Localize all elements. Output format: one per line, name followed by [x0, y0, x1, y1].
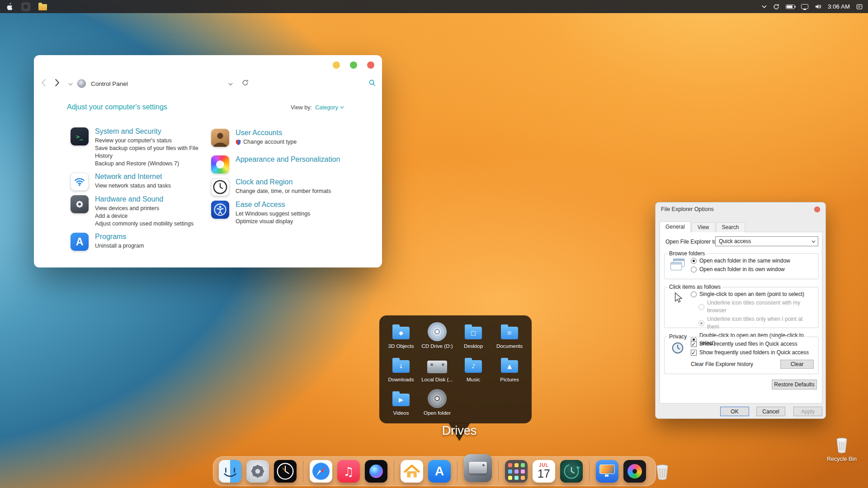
hardware-and-sound-icon[interactable] [71, 195, 89, 213]
drive-item-music[interactable]: ♪ Music [455, 354, 491, 388]
dock-trash-icon[interactable] [651, 460, 674, 483]
dock-settings-icon[interactable] [246, 460, 269, 483]
category-link[interactable]: Optimize visual display [236, 218, 310, 225]
page-title: Adjust your computer's settings [67, 103, 167, 111]
folder-icon: ▲ [501, 360, 518, 373]
minimize-button[interactable] [333, 61, 340, 69]
category-link[interactable]: View network status and tasks [95, 182, 171, 190]
tab-search[interactable]: Search [716, 222, 745, 232]
dock-clock-icon[interactable] [274, 460, 297, 483]
folder-icon: ◆ [392, 327, 410, 339]
radio-open-same-window[interactable]: Open each folder in the same window [691, 257, 816, 265]
recycle-bin[interactable]: Recycle Bin [826, 435, 858, 462]
category-title[interactable]: Ease of Access [236, 201, 310, 209]
dialog-close-button[interactable] [814, 206, 820, 212]
checkbox-frequent-folders[interactable]: Show frequently used folders in Quick ac… [691, 349, 816, 357]
category-link[interactable]: Change date, time, or number formats [236, 188, 331, 195]
category-title[interactable]: Clock and Region [236, 178, 331, 186]
drive-item-pictures[interactable]: ▲ Pictures [491, 354, 528, 388]
category-link[interactable]: Review your computer's status [95, 137, 206, 145]
radio-underline-consistent[interactable]: Underline icon titles consistent with my… [698, 299, 816, 314]
dock-launchpad-icon[interactable] [505, 460, 528, 483]
close-button[interactable] [367, 61, 374, 69]
folder-options-indicator-icon[interactable] [38, 3, 47, 10]
checkbox-icon [691, 341, 697, 347]
category-link[interactable]: Change account type [236, 138, 297, 146]
dock-drives-icon[interactable] [464, 454, 492, 482]
ok-button[interactable]: OK [720, 407, 749, 416]
history-chevron-icon[interactable] [68, 80, 73, 88]
dock-app-store-icon[interactable]: A [428, 460, 451, 483]
privacy-group: Privacy Show recently used files in Quic… [664, 333, 819, 374]
cancel-button[interactable]: Cancel [756, 407, 785, 416]
drive-item-downloads[interactable]: ↓ Downloads [383, 354, 419, 388]
category-title[interactable]: Network and Internet [95, 173, 171, 181]
display-status-icon[interactable] [801, 4, 808, 9]
drive-item-3d-objects[interactable]: ◆ 3D Objects [383, 321, 419, 354]
drive-item-local-disk[interactable]: Local Disk (... [419, 354, 455, 388]
category-link[interactable]: Backup and Restore (Windows 7) [95, 160, 206, 168]
category-link[interactable]: Uninstall a program [95, 242, 144, 250]
category-title[interactable]: Hardware and Sound [95, 195, 193, 203]
appearance-icon[interactable] [211, 155, 229, 174]
programs-icon[interactable]: A [71, 233, 89, 251]
refresh-button[interactable] [242, 80, 249, 88]
checkbox-recent-files[interactable]: Show recently used files in Quick access [691, 340, 816, 348]
ease-of-access-icon[interactable] [211, 201, 229, 219]
search-icon[interactable] [368, 79, 376, 88]
dock-display-icon[interactable] [596, 460, 618, 483]
dock-media-icon[interactable] [623, 460, 646, 483]
clear-button[interactable]: Clear [780, 360, 814, 369]
category-link[interactable]: Add a device [95, 212, 193, 220]
refresh-status-icon[interactable] [773, 4, 779, 10]
menubar: 3:06 AM [0, 0, 868, 13]
dock-calendar-icon[interactable]: JUL 17 [533, 460, 555, 483]
battery-icon[interactable] [786, 5, 795, 9]
apply-button[interactable]: Apply [793, 407, 822, 416]
radio-underline-point[interactable]: Underline icon titles only when I point … [698, 315, 816, 331]
zoom-button[interactable] [350, 61, 357, 69]
radio-single-click[interactable]: Single-click to open an item (point to s… [691, 291, 816, 298]
view-by-dropdown[interactable]: Category [315, 104, 344, 111]
dock-siri-icon[interactable] [365, 460, 387, 483]
category-link[interactable]: Adjust commonly used mobility settings [95, 220, 193, 228]
category-title[interactable]: Programs [95, 233, 144, 241]
menubar-clock[interactable]: 3:06 AM [828, 3, 850, 10]
drive-item-desktop[interactable]: □ Desktop [455, 321, 491, 354]
category-title[interactable]: Appearance and Personalization [236, 155, 340, 164]
drive-item-documents[interactable]: ≡ Documents [491, 321, 528, 354]
chevron-down-icon[interactable] [762, 5, 767, 9]
category-link[interactable]: Save backup copies of your files with Fi… [95, 145, 206, 160]
dock-finder-icon[interactable] [219, 460, 241, 483]
category-link[interactable]: View devices and printers [95, 205, 193, 212]
category-title[interactable]: User Accounts [236, 129, 297, 137]
drive-item-open-folder[interactable]: Open folder [419, 388, 455, 421]
address-bar[interactable]: Control Panel [91, 80, 128, 87]
tab-view[interactable]: View [692, 222, 715, 232]
tab-general[interactable]: General [660, 221, 691, 232]
forward-button[interactable] [55, 79, 60, 89]
volume-icon[interactable] [815, 3, 821, 10]
apple-menu-icon[interactable] [6, 3, 13, 10]
dock-home-icon[interactable] [401, 460, 423, 483]
dock-safari-icon[interactable] [310, 460, 332, 483]
dock-time-machine-icon[interactable] [560, 460, 583, 483]
dock-separator [394, 461, 394, 482]
open-to-dropdown[interactable]: Quick access [715, 236, 818, 246]
system-and-security-icon[interactable]: >_ [71, 127, 89, 145]
category-link[interactable]: Let Windows suggest settings [236, 210, 310, 218]
drive-item-videos[interactable]: ▶ Videos [383, 388, 419, 421]
address-dropdown-icon[interactable] [228, 80, 233, 88]
clock-and-region-icon[interactable] [211, 178, 229, 196]
user-accounts-icon[interactable] [211, 129, 229, 147]
notification-center-icon[interactable] [856, 4, 863, 10]
radio-open-own-window[interactable]: Open each folder in its own window [691, 266, 816, 273]
restore-defaults-button[interactable]: Restore Defaults [772, 380, 817, 389]
category-title[interactable]: System and Security [95, 127, 206, 136]
category-appearance-and-personalization: Appearance and Personalization [211, 155, 367, 174]
dock-music-icon[interactable]: ♫ [337, 460, 360, 483]
drive-item-cd-drive[interactable]: CD Drive (D:) [419, 321, 455, 354]
back-button[interactable] [41, 79, 46, 89]
app-indicator-icon[interactable] [21, 2, 30, 11]
network-and-internet-icon[interactable] [71, 173, 89, 191]
